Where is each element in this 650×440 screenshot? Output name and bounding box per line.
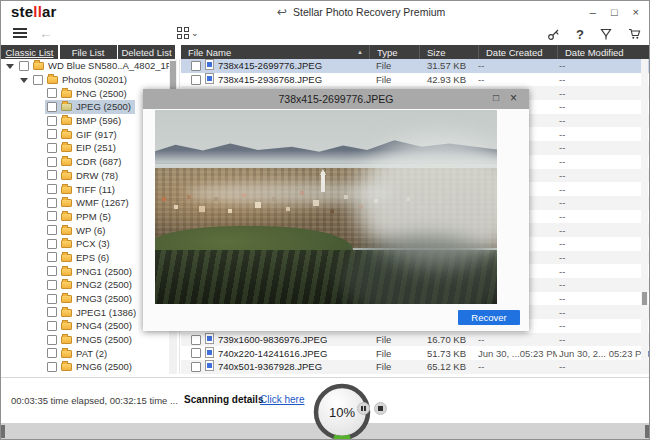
tree-item-label: PNG2 (2500) xyxy=(76,279,132,290)
table-row[interactable]: 738x415-2936768.JPEG File 42.93 KB -- -- xyxy=(181,73,650,87)
checkbox[interactable] xyxy=(47,294,57,304)
tab[interactable]: Deleted List xyxy=(118,45,175,59)
checkbox[interactable] xyxy=(47,239,57,249)
tree-item[interactable]: PNG5 (2500) xyxy=(1,333,169,347)
scanning-details-label: Scanning details xyxy=(184,394,263,405)
checkbox[interactable] xyxy=(47,157,57,167)
date-modified: -- xyxy=(557,101,650,112)
expand-arrow-icon[interactable] xyxy=(6,64,14,73)
stop-button[interactable] xyxy=(374,402,387,415)
checkbox[interactable] xyxy=(191,362,201,372)
minimize-button[interactable]: – xyxy=(590,7,596,18)
tree-item-label: CDR (687) xyxy=(76,156,121,167)
table-row[interactable]: 740x220-14241616.JPEG File 51.73 KB Jun … xyxy=(181,346,650,360)
checkbox[interactable] xyxy=(47,252,57,262)
grid-view-icon xyxy=(177,27,189,39)
tree-item-label: WP (6) xyxy=(76,225,105,236)
dialog-maximize-button[interactable]: □ xyxy=(493,92,499,103)
help-icon[interactable]: ? xyxy=(576,27,584,42)
folder-icon xyxy=(61,117,72,125)
file-type: File xyxy=(369,334,419,345)
checkbox[interactable] xyxy=(191,75,201,85)
recover-button[interactable]: Recover xyxy=(458,310,520,325)
resize-grip-left[interactable] xyxy=(1,425,5,438)
tab[interactable]: Classic List xyxy=(1,45,58,59)
column-header-file-name[interactable]: File Name ▲ xyxy=(181,45,369,59)
tree-item[interactable]: PAT (2) xyxy=(1,346,169,360)
tree-item-label: EIP (251) xyxy=(76,142,116,153)
view-switch-button[interactable]: ⌄ xyxy=(177,27,199,39)
checkbox[interactable] xyxy=(47,116,57,126)
checkbox[interactable] xyxy=(47,143,57,153)
dialog-close-button[interactable]: × xyxy=(510,92,517,104)
checkbox[interactable] xyxy=(47,321,57,331)
resize-grip-right[interactable] xyxy=(645,425,649,438)
tree-item-label: PNG (2500) xyxy=(76,88,127,99)
dialog-title-bar[interactable]: 738x415-2699776.JPEG □ × xyxy=(143,89,529,109)
checkbox[interactable] xyxy=(47,170,57,180)
folder-icon xyxy=(61,172,72,180)
license-key-icon[interactable] xyxy=(547,28,560,41)
checkbox[interactable] xyxy=(191,335,201,345)
checkbox[interactable] xyxy=(47,211,57,221)
checkbox[interactable] xyxy=(47,102,57,112)
checkbox[interactable] xyxy=(19,61,29,71)
date-modified: Jun 30, 2... 05:23 PM xyxy=(557,348,650,359)
back-curl-icon: ↩ xyxy=(277,5,287,19)
cart-icon[interactable] xyxy=(628,28,641,40)
tree-item[interactable]: WD Blue SN580..A_4802_1FE5.) xyxy=(1,59,169,73)
table-row[interactable]: 739x1600-9836976.JPEG File 16.70 KB -- -… xyxy=(181,333,650,347)
table-header: File Name ▲ Type Size Date Created Date … xyxy=(181,45,650,59)
file-type: File xyxy=(369,348,419,359)
date-modified: -- xyxy=(557,60,650,71)
tab[interactable]: File List xyxy=(60,45,117,59)
checkbox[interactable] xyxy=(47,362,57,372)
date-modified: -- xyxy=(557,74,650,85)
tab-label: Classic List xyxy=(5,47,53,58)
date-modified: -- xyxy=(557,129,650,140)
checkbox[interactable] xyxy=(47,280,57,290)
checkbox[interactable] xyxy=(47,184,57,194)
checkbox[interactable] xyxy=(47,307,57,317)
table-row[interactable]: 738x415-2699776.JPEG File 31.57 KB -- -- xyxy=(181,59,650,73)
checkbox[interactable] xyxy=(33,75,43,85)
column-header-date-created[interactable]: Date Created xyxy=(478,45,557,59)
table-row[interactable]: 740x501-9367928.JPEG File 65.12 KB -- -- xyxy=(181,360,650,374)
date-modified: -- xyxy=(557,320,650,331)
tab-label: Deleted List xyxy=(121,47,171,58)
table-scrollbar[interactable] xyxy=(641,59,648,374)
column-header-date-modified[interactable]: Date Modified xyxy=(557,45,650,59)
tree-item-label: WMF (1267) xyxy=(76,197,129,208)
maximize-button[interactable]: □ xyxy=(611,7,618,18)
pause-button[interactable] xyxy=(357,402,370,415)
checkbox[interactable] xyxy=(47,88,57,98)
back-arrow-icon[interactable]: ← xyxy=(39,25,53,41)
column-header-type[interactable]: Type xyxy=(369,45,419,59)
file-size: 31.57 KB xyxy=(419,60,478,71)
close-button[interactable]: × xyxy=(633,7,639,18)
tree-item[interactable]: Photos (30201) xyxy=(1,73,169,87)
checkbox[interactable] xyxy=(47,266,57,276)
scanning-details-link[interactable]: Click here xyxy=(260,394,304,405)
checkbox[interactable] xyxy=(47,198,57,208)
tree-item[interactable]: PNG6 (2500) xyxy=(1,360,169,374)
menu-icon[interactable] xyxy=(13,28,27,40)
checkbox[interactable] xyxy=(191,348,201,358)
checkbox[interactable] xyxy=(47,225,57,235)
tree-scrollbar-handle[interactable] xyxy=(170,61,176,89)
expand-arrow-icon[interactable] xyxy=(20,78,28,87)
app-window: stellar ↩ Stellar Photo Recovery Premium… xyxy=(0,0,650,440)
table-scrollbar-handle[interactable] xyxy=(642,292,647,305)
checkbox[interactable] xyxy=(47,348,57,358)
checkbox[interactable] xyxy=(191,61,201,71)
folder-icon xyxy=(61,336,72,344)
folder-icon xyxy=(61,186,72,194)
feedback-funnel-icon[interactable] xyxy=(600,28,612,41)
folder-icon xyxy=(61,199,72,207)
checkbox[interactable] xyxy=(47,129,57,139)
date-created: -- xyxy=(478,60,557,71)
column-header-size[interactable]: Size xyxy=(419,45,478,59)
file-size: 42.93 KB xyxy=(419,74,478,85)
folder-icon xyxy=(61,90,72,98)
checkbox[interactable] xyxy=(47,335,57,345)
